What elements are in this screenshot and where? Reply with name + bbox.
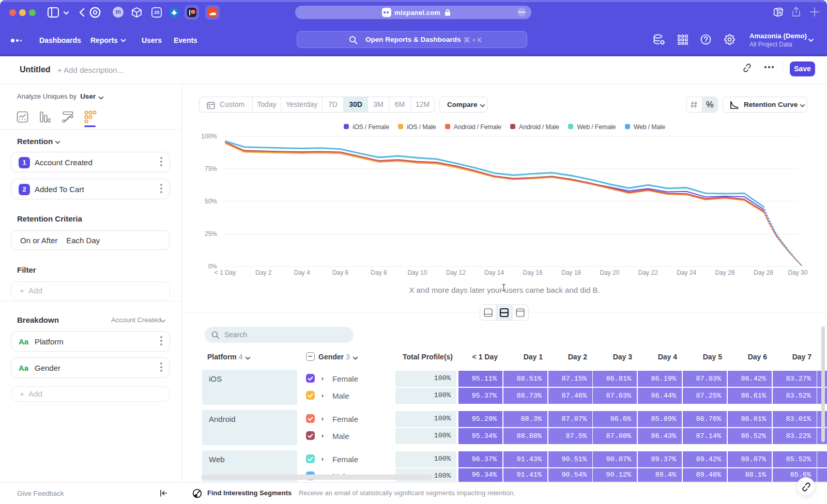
svg-text:Day 28: Day 28 (754, 269, 773, 276)
svg-text:Day 20: Day 20 (600, 269, 619, 276)
svg-text:Day 8: Day 8 (371, 269, 387, 276)
svg-text:Day 10: Day 10 (407, 269, 427, 276)
svg-text:25%: 25% (205, 230, 217, 238)
svg-text:50%: 50% (205, 198, 217, 205)
svg-text:Day 18: Day 18 (561, 269, 581, 276)
svg-text:Day 14: Day 14 (484, 269, 504, 276)
svg-text:N: N (778, 10, 782, 15)
svg-text:Day 22: Day 22 (638, 269, 658, 276)
svg-text:< 1 Day: < 1 Day (215, 269, 236, 276)
svg-text:Day 24: Day 24 (677, 269, 696, 276)
svg-text:Day 26: Day 26 (715, 269, 735, 276)
svg-text:Day 12: Day 12 (446, 269, 466, 276)
svg-text:Day 16: Day 16 (523, 269, 543, 276)
svg-text:Day 4: Day 4 (294, 269, 311, 276)
svg-text:75%: 75% (205, 165, 217, 172)
svg-text:Day 30: Day 30 (788, 269, 807, 276)
svg-text:100%: 100% (201, 133, 217, 140)
svg-text:Day 2: Day 2 (255, 269, 272, 276)
svg-text:Day 6: Day 6 (332, 269, 349, 276)
